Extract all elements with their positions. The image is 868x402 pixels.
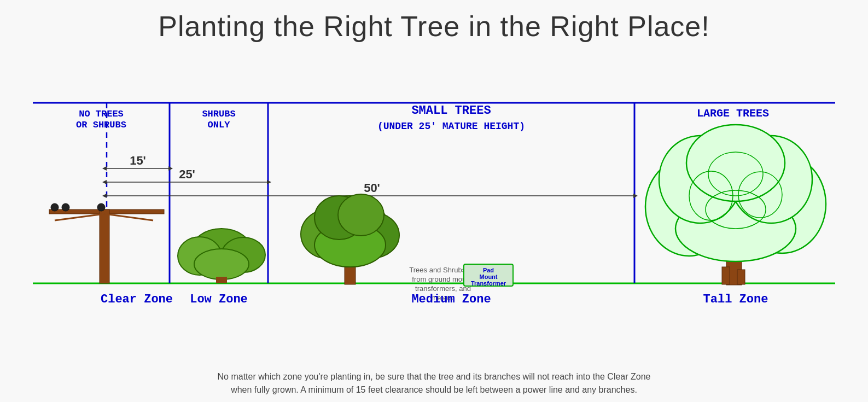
svg-text:Clear  Zone: Clear Zone — [101, 293, 173, 306]
svg-line-30 — [55, 214, 104, 220]
svg-text:transformers, and: transformers, and — [415, 284, 471, 293]
svg-marker-19 — [102, 180, 107, 184]
svg-marker-15 — [102, 166, 107, 171]
svg-text:Tall  Zone: Tall Zone — [703, 293, 768, 306]
page-title: Planting the Right Tree in the Right Pla… — [0, 0, 868, 48]
svg-point-43 — [338, 194, 384, 236]
svg-text:NO  TREES: NO TREES — [79, 109, 124, 119]
svg-point-35 — [194, 249, 249, 279]
svg-rect-36 — [216, 277, 227, 283]
svg-text:50': 50' — [364, 181, 380, 195]
svg-text:Low  Zone: Low Zone — [190, 293, 248, 306]
svg-point-27 — [51, 203, 59, 211]
svg-marker-22 — [633, 194, 638, 198]
svg-text:(UNDER  25'  MATURE  HEIGHT): (UNDER 25' MATURE HEIGHT) — [377, 121, 525, 132]
svg-text:25': 25' — [179, 167, 195, 181]
svg-marker-14 — [168, 166, 173, 171]
svg-point-28 — [62, 203, 69, 211]
svg-rect-26 — [100, 209, 109, 283]
footer-text: No matter which zone you're planting in,… — [106, 370, 762, 397]
svg-text:Mount: Mount — [480, 273, 498, 280]
svg-text:SHRUBS: SHRUBS — [202, 109, 235, 119]
svg-marker-18 — [267, 180, 271, 184]
svg-text:ONLY: ONLY — [208, 120, 231, 130]
svg-text:Transformer: Transformer — [471, 280, 506, 287]
svg-rect-53 — [722, 267, 730, 284]
svg-point-61 — [686, 125, 785, 201]
svg-marker-23 — [102, 194, 107, 198]
svg-text:SMALL  TREES: SMALL TREES — [411, 104, 491, 118]
svg-text:LARGE  TREES: LARGE TREES — [697, 107, 769, 120]
svg-text:Pad: Pad — [483, 267, 494, 273]
svg-text:OR  SHRUBS: OR SHRUBS — [76, 120, 126, 130]
svg-rect-54 — [737, 270, 745, 284]
svg-text:Medium  Zone: Medium Zone — [411, 293, 491, 306]
diagram: NO TREES OR SHRUBS SHRUBS ONLY SMALL TRE… — [0, 48, 868, 354]
svg-text:15': 15' — [130, 154, 146, 167]
svg-line-31 — [104, 214, 153, 220]
svg-point-29 — [97, 203, 105, 211]
